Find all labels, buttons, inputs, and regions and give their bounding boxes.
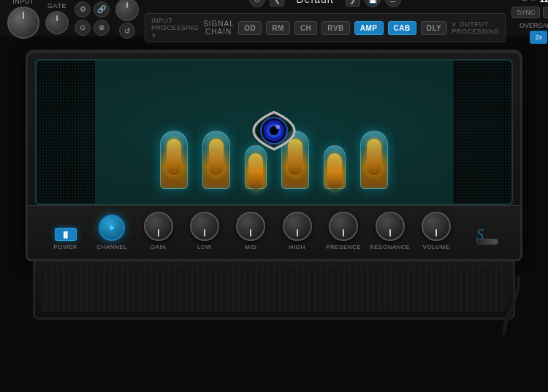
fx-od[interactable]: OD: [238, 21, 262, 35]
gain-knob[interactable]: [144, 212, 173, 241]
gate-label: GATE: [47, 2, 66, 9]
fx-amp[interactable]: AMP: [354, 21, 384, 35]
menu-icon[interactable]: ☰: [385, 0, 401, 7]
power-label: POWER: [53, 244, 77, 250]
input-icon-row-top: ⚙ 🔗: [75, 1, 110, 18]
prev-button[interactable]: ❮: [270, 0, 284, 7]
gate-knob2[interactable]: [115, 0, 139, 21]
link-icon[interactable]: 🔗: [94, 1, 110, 18]
amp-controls: ▐▌ POWER CHANNEL GAIN LOW: [28, 205, 520, 259]
presence-label: PRESENCE: [326, 244, 361, 250]
preset-name: Default: [289, 0, 340, 5]
amp-logo: [227, 105, 321, 159]
low-label: LOW: [197, 244, 212, 250]
presence-knob[interactable]: [329, 212, 358, 241]
input-processing-label: INPUT PROCESSING ∨: [151, 17, 199, 39]
mid-group: MID: [228, 212, 274, 250]
bpm-label: BPM: [522, 0, 537, 2]
signal-chain-title: SIGNAL CHAIN: [203, 20, 234, 36]
fx-cab[interactable]: CAB: [388, 21, 416, 35]
tube-1: [160, 131, 188, 189]
channel-indicator[interactable]: [99, 215, 125, 241]
sync-button[interactable]: SYNC: [511, 7, 540, 18]
input-label: INPUT: [12, 0, 34, 5]
amp-grille: [35, 59, 513, 205]
stereo-icon[interactable]: ⊗: [94, 20, 110, 36]
mid-knob[interactable]: [236, 212, 265, 241]
volume-label: VOLUME: [423, 244, 450, 250]
gate-knob-group: GATE: [45, 2, 69, 34]
bpm-value[interactable]: 120: [539, 0, 548, 4]
output-processing-label: ∨ OUTPUT PROCESSING: [452, 20, 499, 35]
amp-section: ▐▌ POWER CHANNEL GAIN LOW: [0, 36, 548, 333]
fx-rm[interactable]: RM: [266, 21, 290, 35]
amp-cabinet: [33, 261, 515, 320]
cab-grille: [41, 267, 507, 312]
jack-connector: [476, 239, 498, 245]
cabinet-section: [26, 261, 522, 320]
volume-group: VOLUME: [413, 212, 459, 250]
amp-container: ▐▌ POWER CHANNEL GAIN LOW: [26, 50, 522, 320]
fx-ch[interactable]: CH: [294, 21, 317, 35]
low-knob[interactable]: [190, 212, 219, 241]
center-section: ⊙ ❮ Default ❯ 💾 ☰ INPUT PROCESSING ∨ SIG…: [139, 0, 511, 45]
route-icon[interactable]: ↺: [119, 23, 135, 39]
input-section: INPUT GATE ⚙ 🔗 ⊙ ⊗ ↺: [7, 0, 139, 39]
tube-5: [324, 145, 346, 189]
oversamp-button[interactable]: 2x: [530, 31, 547, 44]
fx-dly[interactable]: DLY: [421, 21, 448, 35]
tube-6: [360, 131, 388, 189]
signal-chain-bar: INPUT PROCESSING ∨ SIGNAL CHAIN OD RM CH…: [145, 13, 506, 42]
svg-point-4: [275, 125, 280, 129]
high-knob[interactable]: [283, 212, 312, 241]
high-label: HIGH: [289, 244, 305, 250]
settings-icon[interactable]: ⚙: [75, 1, 91, 18]
bpm-section: BPM 120 SYNC TAP OVERSAMP. 2x: [511, 0, 548, 44]
preset-nav: ⊙ ❮ Default ❯ 💾 ☰: [249, 0, 400, 7]
cable-area: [497, 276, 526, 334]
fx-rvb[interactable]: RVB: [321, 21, 349, 35]
mid-label: MID: [245, 244, 256, 250]
oversamp-section: OVERSAMP. 2x: [520, 22, 548, 44]
channel-label: CHANNEL: [96, 244, 127, 250]
top-bar: INPUT GATE ⚙ 🔗 ⊙ ⊗ ↺ ⊙ ❮ Default: [0, 0, 548, 36]
input-icons: ⚙ 🔗 ⊙ ⊗: [75, 1, 110, 36]
volume-knob[interactable]: [422, 212, 451, 241]
mono-icon[interactable]: ⊙: [75, 20, 91, 36]
oversamp-label: OVERSAMP.: [520, 22, 548, 29]
tap-button[interactable]: TAP: [543, 7, 548, 18]
input-icon-row-bottom: ⊙ ⊗: [75, 20, 110, 36]
gate-knob[interactable]: [45, 11, 69, 34]
resonance-knob[interactable]: [376, 212, 405, 241]
bpm-buttons: SYNC TAP: [511, 7, 548, 18]
save-icon[interactable]: 💾: [365, 0, 381, 7]
gain-group: GAIN: [135, 212, 181, 250]
gain-label: GAIN: [151, 244, 167, 250]
low-group: LOW: [181, 212, 227, 250]
power-group: ▐▌ POWER: [42, 228, 88, 250]
power-button[interactable]: ▐▌: [55, 228, 77, 241]
channel-group: CHANNEL: [88, 215, 134, 250]
amp-head: ▐▌ POWER CHANNEL GAIN LOW: [26, 50, 522, 261]
next-button[interactable]: ❯: [346, 0, 360, 7]
input-knob-group: INPUT: [7, 0, 39, 39]
presence-group: PRESENCE: [320, 212, 366, 250]
resonance-label: RESONANCE: [370, 244, 410, 250]
gate-knob2-group: ↺: [115, 0, 139, 39]
bpm-row: BPM 120: [522, 0, 548, 4]
copy-icon[interactable]: ⊙: [249, 0, 265, 7]
high-group: HIGH: [274, 212, 320, 250]
right-section: BPM 120 SYNC TAP OVERSAMP. 2x OUTPUT ∿: [511, 0, 548, 44]
input-knob[interactable]: [7, 7, 39, 39]
resonance-group: RESONANCE: [367, 212, 413, 250]
